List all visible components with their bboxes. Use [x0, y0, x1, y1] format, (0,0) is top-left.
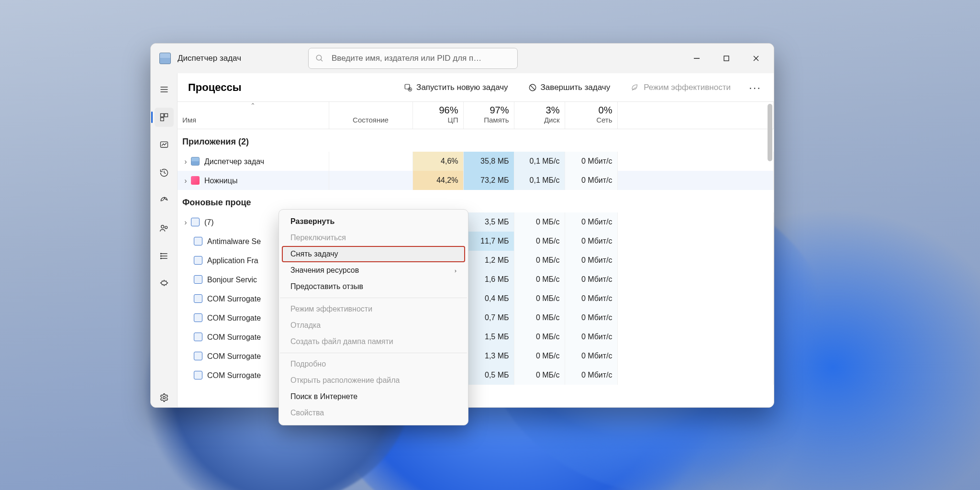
col-disk[interactable]: 3%Диск	[514, 102, 565, 129]
table-row[interactable]: Application Fra % 1,2 МБ 0 МБ/с 0 Мбит/с	[178, 251, 774, 270]
process-table[interactable]: ⌃Имя Состояние 96%ЦП 97%Память 3%Диск 0%…	[178, 102, 774, 407]
end-icon	[528, 83, 537, 92]
chevron-right-icon[interactable]: ›	[182, 157, 189, 166]
process-icon	[194, 294, 202, 303]
titlebar[interactable]: Диспетчер задач Введите имя, издателя ил…	[151, 44, 774, 73]
ctx-properties: Свойства	[279, 405, 468, 421]
ctx-feedback[interactable]: Предоставить отзыв	[279, 278, 468, 295]
table-row[interactable]: Antimalware Se % 11,7 МБ 0 МБ/с 0 Мбит/с	[178, 232, 774, 251]
ctx-search-online[interactable]: Поиск в Интернете	[279, 389, 468, 405]
search-icon	[315, 54, 324, 63]
hamburger-button[interactable]	[155, 80, 174, 99]
section-background[interactable]: Фоновые проце	[178, 190, 774, 212]
sidebar-item-processes[interactable]	[155, 108, 174, 127]
col-cpu[interactable]: 96%ЦП	[412, 102, 463, 129]
more-button[interactable]: ···	[747, 81, 763, 94]
table-row[interactable]: ›(7) % 3,5 МБ 0 МБ/с 0 Мбит/с	[178, 212, 774, 232]
maximize-button[interactable]	[712, 47, 741, 69]
process-icon	[194, 275, 202, 284]
process-icon	[191, 157, 200, 166]
svg-point-0	[316, 55, 322, 60]
sort-indicator-icon: ⌃	[250, 102, 256, 109]
table-row[interactable]: ›Диспетчер задач 4,6% 35,8 МБ 0,1 МБ/с 0…	[178, 152, 774, 171]
toolbar: Процессы Запустить новую задачу Завершит…	[178, 73, 774, 102]
ctx-open-location: Открыть расположение файла	[279, 372, 468, 389]
process-icon	[194, 313, 202, 322]
sidebar-item-performance[interactable]	[155, 135, 174, 155]
svg-line-1	[321, 59, 323, 61]
minimize-button[interactable]	[682, 47, 712, 69]
search-input[interactable]: Введите имя, издателя или PID для п…	[308, 48, 518, 69]
page-title: Процессы	[188, 81, 241, 94]
main-panel: Процессы Запустить новую задачу Завершит…	[178, 73, 774, 407]
svg-point-19	[160, 256, 161, 256]
sidebar	[151, 73, 178, 407]
sidebar-item-history[interactable]	[155, 163, 174, 182]
chevron-right-icon[interactable]: ›	[182, 218, 189, 227]
svg-rect-22	[405, 84, 410, 89]
table-row[interactable]: COM Surrogate % 1,3 МБ 0 МБ/с 0 Мбит/с	[178, 346, 774, 366]
ctx-efficiency-mode: Режим эффективности	[279, 301, 468, 317]
chevron-right-icon: ›	[455, 267, 457, 274]
window-controls	[682, 47, 771, 69]
table-row[interactable]: Bonjour Servic % 1,6 МБ 0 МБ/с 0 Мбит/с	[178, 270, 774, 289]
scrollbar[interactable]	[765, 102, 774, 407]
settings-button[interactable]	[155, 388, 174, 407]
process-icon	[194, 256, 202, 265]
col-state[interactable]: Состояние	[329, 102, 412, 129]
app-icon	[159, 53, 171, 64]
process-icon	[191, 218, 200, 226]
leaf-icon	[630, 83, 640, 92]
svg-point-21	[163, 397, 165, 399]
ctx-create-dump: Создать файл дампа памяти	[279, 334, 468, 350]
svg-rect-11	[160, 118, 164, 121]
ctx-end-task[interactable]: Снять задачу	[282, 246, 465, 262]
process-icon	[191, 176, 200, 185]
col-name[interactable]: ⌃Имя	[178, 102, 329, 129]
chevron-right-icon[interactable]: ›	[182, 177, 189, 185]
ctx-expand[interactable]: Развернуть	[279, 213, 468, 230]
separator	[280, 353, 467, 353]
svg-line-27	[530, 85, 535, 89]
table-row[interactable]: COM Surrogate % 0,7 МБ 0 МБ/с 0 Мбит/с	[178, 308, 774, 327]
svg-point-18	[160, 253, 161, 254]
table-row[interactable]: ›Ножницы 44,2% 73,2 МБ 0,1 МБ/с 0 Мбит/с	[178, 171, 774, 190]
svg-rect-3	[724, 56, 729, 61]
process-icon	[194, 237, 202, 245]
run-icon	[404, 83, 412, 92]
run-new-task-button[interactable]: Запустить новую задачу	[400, 80, 512, 95]
end-task-button[interactable]: Завершить задачу	[524, 80, 614, 95]
sidebar-item-users[interactable]	[155, 219, 174, 238]
svg-point-20	[160, 258, 161, 259]
svg-rect-9	[160, 114, 164, 117]
process-icon	[194, 352, 202, 360]
sidebar-item-startup[interactable]	[155, 191, 174, 210]
ctx-debug: Отладка	[279, 317, 468, 334]
efficiency-mode-button[interactable]: Режим эффективности	[626, 80, 735, 95]
scrollbar-thumb[interactable]	[768, 104, 772, 161]
svg-rect-10	[164, 114, 167, 117]
table-row[interactable]: COM Surrogate % 1,5 МБ 0 МБ/с 0 Мбит/с	[178, 327, 774, 346]
ctx-switch-to: Переключиться	[279, 230, 468, 246]
svg-point-13	[161, 225, 164, 228]
context-menu: Развернуть Переключиться Снять задачу Зн…	[278, 209, 468, 425]
close-button[interactable]	[741, 47, 771, 69]
sidebar-item-details[interactable]	[155, 246, 174, 266]
col-net[interactable]: 0%Сеть	[565, 102, 617, 129]
section-apps[interactable]: Приложения (2)	[178, 129, 774, 152]
col-mem[interactable]: 97%Память	[463, 102, 514, 129]
process-icon	[194, 333, 202, 341]
sidebar-item-services[interactable]	[155, 274, 174, 293]
ctx-details: Подробно	[279, 356, 468, 372]
separator	[280, 298, 467, 298]
search-placeholder: Введите имя, издателя или PID для п…	[332, 54, 481, 63]
app-title: Диспетчер задач	[178, 54, 241, 63]
process-icon	[194, 371, 202, 379]
svg-point-14	[165, 226, 167, 229]
ctx-resource-values[interactable]: Значения ресурсов›	[279, 262, 468, 278]
table-row[interactable]: COM Surrogate % 0,4 МБ 0 МБ/с 0 Мбит/с	[178, 289, 774, 308]
table-row[interactable]: COM Surrogate % 0,5 МБ 0 МБ/с 0 Мбит/с	[178, 366, 774, 385]
